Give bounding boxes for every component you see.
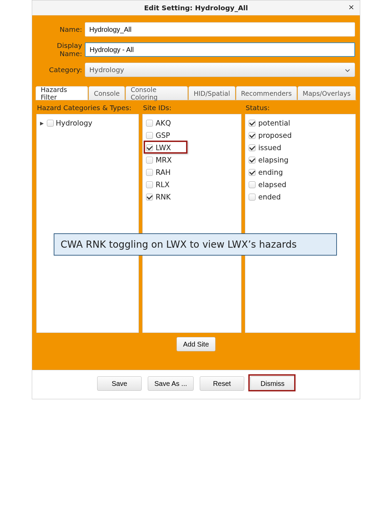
- status-checkbox[interactable]: [249, 132, 256, 139]
- site-id-item[interactable]: RNK: [146, 191, 238, 203]
- expand-icon[interactable]: ▶: [40, 120, 45, 126]
- site-id-item[interactable]: GSP: [146, 129, 238, 142]
- site-id-label: LWX: [156, 144, 171, 152]
- category-select[interactable]: Hydrology: [85, 63, 355, 77]
- site-id-checkbox[interactable]: [146, 194, 153, 200]
- status-item[interactable]: elapsed: [249, 179, 352, 191]
- site-id-label: RLX: [156, 181, 170, 189]
- form-area: Name: Display Name: Category: Hydrology: [36, 19, 356, 87]
- status-checkbox[interactable]: [249, 157, 256, 164]
- tab-hazards-filter[interactable]: Hazards Filter: [36, 86, 88, 100]
- site-id-checkbox[interactable]: [146, 132, 153, 139]
- site-id-label: AKQ: [156, 119, 171, 127]
- hazard-types-list[interactable]: ▶Hydrology CWA RNK toggling on LWX to vi…: [36, 114, 139, 333]
- site-id-label: RAH: [156, 168, 171, 177]
- status-checkbox[interactable]: [249, 169, 256, 176]
- status-item[interactable]: potential: [249, 117, 352, 129]
- save-button[interactable]: Save: [97, 376, 142, 391]
- site-id-item[interactable]: RAH: [146, 166, 238, 179]
- tab-bar: Hazards Filter Console Console Coloring …: [36, 87, 356, 100]
- status-column: Status: potentialproposedissuedelapsinge…: [245, 102, 356, 333]
- category-value: Hydrology: [89, 66, 124, 74]
- status-label: ended: [258, 193, 281, 201]
- site-id-item[interactable]: LWX: [146, 142, 238, 154]
- site-id-checkbox[interactable]: [146, 120, 153, 127]
- status-label: issued: [258, 144, 281, 152]
- tab-hid-spatial[interactable]: HID/Spatial: [188, 86, 235, 100]
- status-item[interactable]: proposed: [249, 129, 352, 142]
- hazard-tree-item[interactable]: ▶Hydrology: [40, 117, 135, 129]
- site-id-checkbox[interactable]: [146, 181, 153, 188]
- site-id-checkbox[interactable]: [146, 157, 153, 164]
- site-id-label: GSP: [156, 131, 170, 140]
- display-name-input[interactable]: [85, 42, 355, 57]
- annotation-callout: CWA RNK toggling on LWX to view LWX’s ha…: [54, 233, 337, 256]
- save-as-button[interactable]: Save As ...: [148, 376, 194, 391]
- site-id-item[interactable]: AKQ: [146, 117, 238, 129]
- add-site-button[interactable]: Add Site: [177, 337, 215, 351]
- status-item[interactable]: issued: [249, 142, 352, 154]
- status-checkbox[interactable]: [249, 181, 256, 188]
- status-header: Status:: [245, 102, 356, 114]
- status-checkbox[interactable]: [249, 194, 256, 200]
- display-name-label: Display Name:: [37, 41, 85, 58]
- name-input[interactable]: [85, 22, 355, 37]
- window-title: Edit Setting: Hydrology_All: [144, 4, 248, 12]
- status-label: ending: [258, 168, 283, 177]
- status-item[interactable]: ended: [249, 191, 352, 203]
- hazard-checkbox[interactable]: [47, 120, 54, 127]
- hazard-types-header: Hazard Categories & Types:: [36, 102, 139, 114]
- name-label: Name:: [37, 25, 85, 34]
- status-checkbox[interactable]: [249, 120, 256, 127]
- site-id-label: RNK: [156, 193, 171, 201]
- status-checkbox[interactable]: [249, 144, 256, 151]
- status-label: elapsing: [258, 156, 288, 164]
- status-label: potential: [258, 119, 290, 127]
- tab-recommenders[interactable]: Recommenders: [236, 86, 297, 100]
- site-id-checkbox[interactable]: [146, 144, 153, 151]
- hazard-label: Hydrology: [56, 119, 92, 127]
- close-icon[interactable]: ×: [346, 2, 356, 12]
- tab-maps-overlays[interactable]: Maps/Overlays: [298, 86, 356, 100]
- category-label: Category:: [37, 66, 85, 74]
- site-id-item[interactable]: RLX: [146, 179, 238, 191]
- tab-console[interactable]: Console: [89, 86, 125, 100]
- reset-button[interactable]: Reset: [200, 376, 244, 391]
- client-area: Name: Display Name: Category: Hydrology …: [32, 15, 360, 370]
- tab-console-coloring[interactable]: Console Coloring: [126, 86, 188, 100]
- dropdown-icon: [345, 66, 350, 74]
- site-id-checkbox[interactable]: [146, 169, 153, 176]
- site-id-item[interactable]: MRX: [146, 154, 238, 166]
- site-ids-list[interactable]: AKQGSPLWXMRXRAHRLXRNK: [142, 114, 241, 333]
- dismiss-button[interactable]: Dismiss: [250, 376, 295, 391]
- site-id-label: MRX: [156, 156, 172, 164]
- titlebar: Edit Setting: Hydrology_All ×: [32, 0, 360, 15]
- status-item[interactable]: ending: [249, 166, 352, 179]
- site-ids-header: Site IDs:: [142, 102, 241, 114]
- site-ids-column: Site IDs: AKQGSPLWXMRXRAHRLXRNK: [142, 102, 241, 333]
- hazards-filter-page: Hazard Categories & Types: ▶Hydrology CW…: [36, 100, 356, 366]
- status-label: elapsed: [258, 181, 286, 189]
- status-label: proposed: [258, 131, 292, 140]
- status-list[interactable]: potentialproposedissuedelapsingendingela…: [245, 114, 356, 333]
- edit-setting-window: Edit Setting: Hydrology_All × Name: Disp…: [32, 0, 360, 399]
- hazard-types-column: Hazard Categories & Types: ▶Hydrology CW…: [36, 102, 139, 333]
- dialog-button-bar: Save Save As ... Reset Dismiss: [32, 370, 360, 399]
- status-item[interactable]: elapsing: [249, 154, 352, 166]
